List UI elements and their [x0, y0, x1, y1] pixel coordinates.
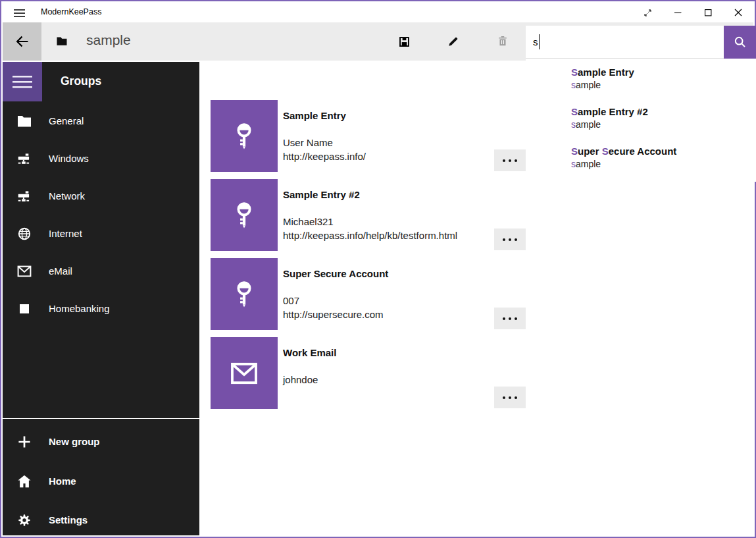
entry-username: johndoe: [283, 374, 318, 385]
entry-url: http://keepass.info/: [283, 151, 366, 162]
suggestion-title: Sample Entry #2: [571, 105, 756, 118]
square-icon: [16, 302, 33, 315]
entry-username: Michael321: [283, 216, 334, 227]
trash-icon: [496, 35, 509, 48]
sidebar-item-homebanking[interactable]: Homebanking: [3, 290, 199, 327]
close-icon: [734, 9, 742, 16]
mail-icon: [16, 265, 33, 278]
pane-divider: [3, 418, 199, 419]
sidebar-item-label: Home: [49, 475, 76, 487]
window-controls: [632, 3, 753, 22]
maximize-icon: [705, 9, 712, 16]
mail-icon: [229, 360, 259, 387]
text-caret: [539, 34, 540, 49]
search-suggestion[interactable]: Sample Entry #2 sample: [571, 105, 756, 131]
suggestion-subtitle: sample: [571, 78, 756, 92]
app-title: ModernKeePass: [41, 7, 101, 16]
gear-icon: [16, 512, 33, 528]
delete-button[interactable]: [487, 26, 518, 57]
sidebar-item-settings[interactable]: Settings: [3, 501, 199, 538]
sidebar-item-windows[interactable]: Windows: [3, 140, 199, 177]
suggestion-subtitle: sample: [571, 118, 756, 131]
entry-title: Super Secure Account: [283, 268, 388, 279]
key-icon: [229, 279, 259, 309]
app-window: ModernKeePass: [0, 0, 756, 538]
more-button[interactable]: [494, 387, 526, 408]
nav-pane-toggle-button[interactable]: [3, 62, 42, 101]
hamburger-icon: [13, 76, 32, 88]
key-icon: [229, 121, 259, 151]
sidebar-item-label: Settings: [49, 514, 88, 525]
globe-icon: [16, 226, 33, 242]
more-button[interactable]: [494, 308, 526, 329]
fullscreen-icon: [643, 8, 653, 18]
network-icon: [16, 151, 33, 166]
entry-url: http://supersecure.com: [283, 309, 384, 320]
entry-title: Sample Entry #2: [283, 189, 360, 200]
sidebar-item-network[interactable]: Network: [3, 177, 199, 215]
suggestion-title: Super Secure Account: [571, 145, 756, 157]
sidebar-item-label: New group: [49, 436, 100, 447]
sidebar-item-label: eMail: [49, 265, 72, 277]
maximize-button[interactable]: [693, 3, 723, 22]
save-button[interactable]: [388, 26, 420, 57]
back-arrow-icon: [13, 34, 31, 49]
entry-url: http://keepass.info/help/kb/testform.htm…: [283, 230, 457, 241]
more-button[interactable]: [494, 229, 526, 250]
entry-username: 007: [283, 295, 299, 306]
search-icon: [733, 35, 747, 49]
edit-button[interactable]: [438, 26, 469, 57]
home-icon: [16, 474, 33, 489]
sidebar-item-label: Network: [49, 190, 85, 202]
entry-row[interactable]: Work Email johndoe: [211, 337, 526, 409]
command-bar: sample s: [3, 22, 753, 61]
titlebar: ModernKeePass: [3, 3, 753, 22]
search-suggestion[interactable]: Sample Entry sample: [571, 66, 756, 92]
search-suggestion[interactable]: Super Secure Account sample: [571, 145, 756, 171]
entry-row[interactable]: Sample Entry User Name http://keepass.in…: [211, 100, 526, 172]
entry-title: Work Email: [283, 347, 336, 358]
entry-username: User Name: [283, 137, 333, 148]
entry-title: Sample Entry: [283, 110, 346, 121]
sidebar-item-label: General: [49, 115, 84, 126]
sidebar-item-internet[interactable]: Internet: [3, 215, 199, 252]
entry-row[interactable]: Sample Entry #2 Michael321 http://keepas…: [211, 179, 526, 251]
sidebar-item-home[interactable]: Home: [3, 462, 199, 500]
key-icon: [229, 200, 259, 230]
sidebar-item-new-group[interactable]: New group: [3, 423, 199, 460]
network-icon: [16, 189, 33, 203]
navigation-pane: Groups General Windows: [3, 62, 199, 535]
minimize-icon: [674, 9, 682, 16]
ellipsis-icon: [503, 159, 505, 162]
database-folder-icon: [56, 36, 68, 49]
entry-tile: [211, 179, 278, 251]
sidebar-item-label: Homebanking: [49, 303, 110, 314]
minimize-button[interactable]: [663, 3, 693, 22]
database-title: sample: [86, 32, 131, 48]
back-button[interactable]: [3, 22, 41, 61]
entry-tile: [211, 100, 278, 172]
folder-icon: [16, 115, 33, 128]
entry-tile: [211, 258, 278, 330]
ellipsis-icon: [503, 238, 505, 241]
entry-row[interactable]: Super Secure Account 007 http://supersec…: [211, 258, 526, 330]
sidebar-item-label: Internet: [49, 228, 82, 239]
ellipsis-icon: [503, 317, 505, 320]
sidebar-item-general[interactable]: General: [3, 102, 199, 140]
pencil-icon: [447, 35, 460, 48]
titlebar-menu-button[interactable]: [10, 5, 28, 20]
hamburger-icon: [13, 9, 26, 18]
save-icon: [398, 36, 411, 48]
search-suggestions-panel: Sample Entry sample Sample Entry #2 samp…: [526, 59, 756, 182]
plus-icon: [16, 434, 33, 450]
pane-title: Groups: [61, 74, 101, 88]
suggestion-title: Sample Entry: [571, 66, 756, 78]
search-query-text: s: [533, 36, 538, 47]
sidebar-item-email[interactable]: eMail: [3, 252, 199, 290]
search-input[interactable]: s: [526, 26, 724, 59]
search-button[interactable]: [724, 26, 756, 59]
close-button[interactable]: [723, 3, 753, 22]
fullscreen-button[interactable]: [632, 3, 663, 22]
entry-tile: [211, 337, 278, 409]
more-button[interactable]: [494, 149, 526, 171]
